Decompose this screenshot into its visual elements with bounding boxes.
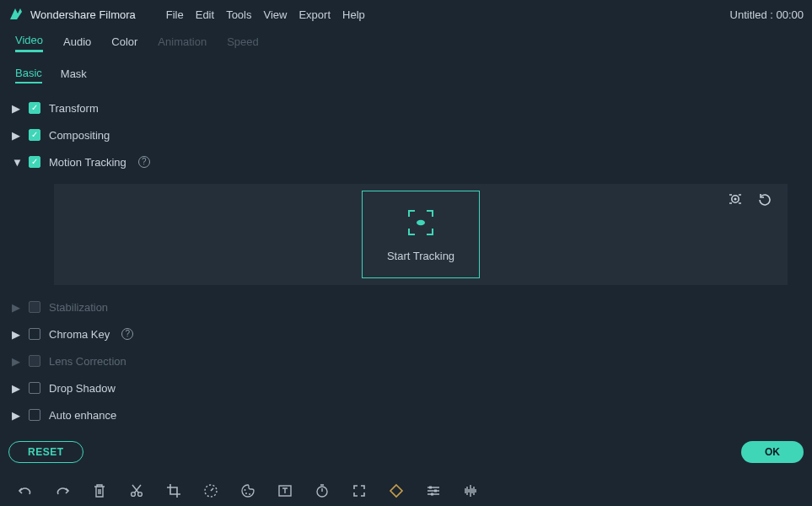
mosaic-preview-icon[interactable] <box>727 192 744 207</box>
svg-point-3 <box>132 493 136 497</box>
start-tracking-button[interactable]: Start Tracking <box>362 191 480 278</box>
collapse-icon[interactable]: ▼ <box>12 156 20 169</box>
app-logo-icon <box>8 7 24 22</box>
tab-color[interactable]: Color <box>111 35 137 51</box>
prop-drop-shadow-row: ▶ Drop Shadow <box>12 374 800 401</box>
svg-point-4 <box>138 493 143 497</box>
svg-marker-11 <box>390 485 402 497</box>
app-title: Wondershare Filmora <box>30 8 136 21</box>
help-icon[interactable]: ? <box>121 328 133 340</box>
tab-speed: Speed <box>227 35 259 51</box>
menu-tools[interactable]: Tools <box>226 8 251 21</box>
prop-motion-tracking-label: Motion Tracking <box>49 156 126 169</box>
prop-chroma-key-row: ▶ Chroma Key ? <box>12 320 800 347</box>
redo-icon[interactable] <box>54 482 71 499</box>
footer-buttons: RESET OK <box>8 433 804 471</box>
tabs-secondary: Basic Mask <box>0 62 812 88</box>
crop-icon[interactable] <box>165 482 182 499</box>
properties-panel: ▶ ✓ Transform ▶ ✓ Compositing ▼ ✓ Motion… <box>0 88 812 428</box>
menu-file[interactable]: File <box>166 8 184 21</box>
fullscreen-icon[interactable] <box>351 482 368 499</box>
undo-icon[interactable] <box>17 482 34 499</box>
expand-icon[interactable]: ▶ <box>12 382 20 395</box>
cut-icon[interactable] <box>128 482 145 499</box>
titlebar: Wondershare Filmora File Edit Tools View… <box>0 0 812 29</box>
checkbox-motion-tracking[interactable]: ✓ <box>29 156 40 168</box>
checkbox-chroma-key[interactable] <box>29 328 40 340</box>
expand-icon[interactable]: ▶ <box>12 328 20 341</box>
prop-auto-enhance-row: ▶ Auto enhance <box>12 401 800 428</box>
tabs-primary: Video Audio Color Animation Speed <box>0 29 812 57</box>
checkbox-drop-shadow[interactable] <box>29 382 40 394</box>
prop-compositing-row: ▶ ✓ Compositing <box>12 121 800 148</box>
svg-point-6 <box>245 489 246 491</box>
reset-button[interactable]: RESET <box>8 441 83 463</box>
timeline-toolbar <box>0 476 812 506</box>
tab-mask[interactable]: Mask <box>61 67 87 83</box>
ok-button[interactable]: OK <box>741 441 804 463</box>
start-tracking-label: Start Tracking <box>387 250 454 262</box>
prop-lens-correction-label: Lens Correction <box>49 355 126 368</box>
adjust-icon[interactable] <box>425 482 442 499</box>
duration-icon[interactable] <box>314 482 331 499</box>
expand-icon: ▶ <box>12 355 20 368</box>
expand-icon[interactable]: ▶ <box>12 129 20 142</box>
svg-point-7 <box>245 493 247 494</box>
checkbox-compositing[interactable]: ✓ <box>29 129 40 141</box>
prop-chroma-key-label: Chroma Key <box>49 328 110 341</box>
menu-view[interactable]: View <box>263 8 287 21</box>
menu-edit[interactable]: Edit <box>196 8 214 21</box>
svg-rect-12 <box>429 487 432 489</box>
prop-stabilization-row: ▶ Stabilization <box>12 293 800 320</box>
app-menu: File Edit Tools View Export Help <box>166 8 365 21</box>
prop-lens-correction-row: ▶ Lens Correction <box>12 347 800 374</box>
prop-motion-tracking-row: ▼ ✓ Motion Tracking ? <box>12 148 800 175</box>
prop-transform-label: Transform <box>49 102 99 115</box>
svg-rect-13 <box>434 490 437 493</box>
delete-icon[interactable] <box>91 482 108 499</box>
audio-waveform-icon[interactable] <box>462 482 479 499</box>
prop-transform-row: ▶ ✓ Transform <box>12 94 800 121</box>
speed-icon[interactable] <box>202 482 219 499</box>
tab-basic[interactable]: Basic <box>15 67 42 83</box>
svg-point-0 <box>417 219 425 224</box>
motion-tracking-panel: Start Tracking <box>54 184 788 285</box>
expand-icon: ▶ <box>12 301 20 314</box>
prop-compositing-label: Compositing <box>49 129 110 142</box>
svg-point-2 <box>734 197 736 200</box>
menu-help[interactable]: Help <box>342 8 365 21</box>
checkbox-auto-enhance[interactable] <box>29 409 40 421</box>
text-icon[interactable] <box>277 482 293 499</box>
prop-auto-enhance-label: Auto enhance <box>49 409 116 422</box>
tab-video[interactable]: Video <box>15 34 43 52</box>
prop-stabilization-label: Stabilization <box>49 301 108 314</box>
checkbox-transform[interactable]: ✓ <box>29 102 40 114</box>
help-icon[interactable]: ? <box>138 156 150 168</box>
svg-rect-14 <box>431 493 433 496</box>
project-status: Untitled : 00:00 <box>730 8 804 21</box>
expand-icon[interactable]: ▶ <box>12 102 20 115</box>
motion-tracking-panel-actions <box>727 192 772 207</box>
checkbox-stabilization <box>29 301 40 313</box>
prop-drop-shadow-label: Drop Shadow <box>49 382 116 395</box>
tab-audio[interactable]: Audio <box>63 35 91 51</box>
tab-animation: Animation <box>158 35 207 51</box>
color-icon[interactable] <box>239 482 256 499</box>
menu-export[interactable]: Export <box>298 8 331 21</box>
expand-icon[interactable]: ▶ <box>12 409 20 422</box>
tracking-target-icon <box>406 207 436 238</box>
reset-tracking-icon[interactable] <box>757 192 772 207</box>
keyframe-icon[interactable] <box>388 482 405 499</box>
checkbox-lens-correction <box>29 355 40 367</box>
svg-point-8 <box>249 493 250 495</box>
